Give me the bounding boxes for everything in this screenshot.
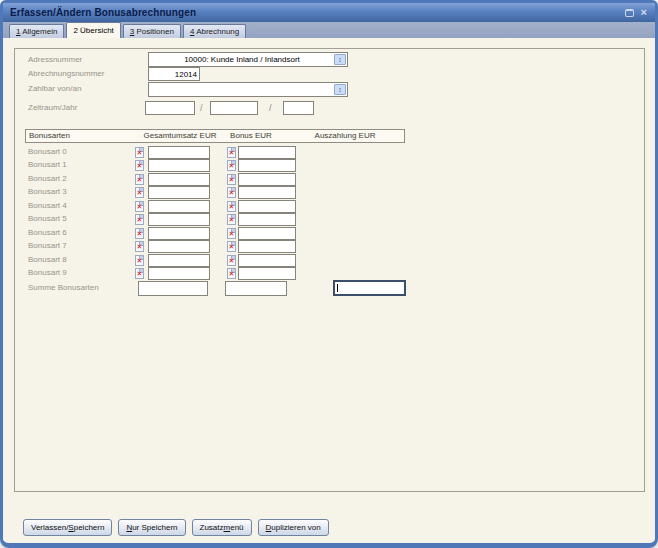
bonus-input[interactable] (238, 186, 296, 199)
gesamtumsatz-input[interactable] (148, 200, 210, 213)
x-glyph: ✕ (137, 257, 143, 264)
gesamtumsatz-input[interactable] (148, 240, 210, 253)
table-header: Bonusarten Gesamtumsatz EUR Bonus EUR Au… (25, 129, 405, 143)
zahlbar-label: Zahlbar von/an (28, 82, 81, 96)
x-glyph: ✕ (137, 243, 143, 250)
zeitraum-bis-input[interactable] (210, 101, 258, 115)
clear-gesamtumsatz-icon[interactable]: ✕ (135, 241, 144, 252)
button-text: Zusatz (200, 523, 224, 532)
clear-gesamtumsatz-icon[interactable]: ✕ (135, 214, 144, 225)
nur-speichern-button[interactable]: Nur Speichern (118, 519, 185, 536)
clear-bonus-icon[interactable]: ✕ (227, 268, 236, 279)
clear-bonus-icon[interactable]: ✕ (227, 174, 236, 185)
summe-gesamtumsatz-input[interactable] (138, 281, 208, 296)
tab-allgemein[interactable]: 1 Allgemein (9, 24, 64, 38)
table-row: Bonusart 5 ✕ ✕ (3, 213, 655, 226)
zeitraum-von-input[interactable] (145, 101, 195, 115)
button-text: enü (230, 523, 243, 532)
summe-auszahlung-input-focused[interactable] (333, 280, 406, 296)
bonusart-row-label: Bonusart 8 (28, 255, 67, 264)
clear-gesamtumsatz-icon[interactable]: ✕ (135, 268, 144, 279)
bonus-input[interactable] (238, 173, 296, 186)
close-icon[interactable]: × (641, 8, 647, 17)
bonus-input[interactable] (238, 267, 296, 280)
gesamtumsatz-input[interactable] (148, 186, 210, 199)
text-cursor (337, 284, 338, 292)
clear-bonus-icon[interactable]: ✕ (227, 160, 236, 171)
gesamtumsatz-input[interactable] (148, 254, 210, 267)
bonus-input[interactable] (238, 240, 296, 253)
x-glyph: ✕ (137, 230, 143, 237)
dropdown-icon[interactable]: ↕ (334, 54, 346, 65)
abrechnungsnummer-input[interactable] (148, 67, 200, 81)
clear-bonus-icon[interactable]: ✕ (227, 255, 236, 266)
x-glyph: ✕ (137, 270, 143, 277)
bonusart-row-label: Bonusart 2 (28, 174, 67, 183)
clear-gesamtumsatz-icon[interactable]: ✕ (135, 228, 144, 239)
zeitraum-label: Zeitraum/Jahr (28, 101, 77, 115)
duplizieren-von-button[interactable]: Duplizieren von (258, 519, 329, 536)
tab-label: Abrechnung (194, 27, 239, 36)
tab-positionen[interactable]: 3 Positionen (123, 24, 181, 38)
clear-gesamtumsatz-icon[interactable]: ✕ (135, 201, 144, 212)
bonus-input[interactable] (238, 227, 296, 240)
bonus-input[interactable] (238, 146, 296, 159)
bonus-input[interactable] (238, 200, 296, 213)
clear-gesamtumsatz-icon[interactable]: ✕ (135, 187, 144, 198)
header-bonusarten: Bonusarten (29, 130, 70, 142)
bonusart-row-label: Bonusart 1 (28, 160, 67, 169)
tab-uebersicht[interactable]: 2 Übersicht (66, 22, 120, 38)
clear-bonus-icon[interactable]: ✕ (227, 187, 236, 198)
bonusart-row-label: Bonusart 3 (28, 187, 67, 196)
bonus-input[interactable] (238, 254, 296, 267)
clear-bonus-icon[interactable]: ✕ (227, 147, 236, 158)
table-row: Bonusart 3 ✕ ✕ (3, 186, 655, 199)
tab-label: Positionen (134, 27, 174, 36)
x-glyph: ✕ (137, 189, 143, 196)
titlebar[interactable]: Erfassen/Ändern Bonusabrechnungen × (3, 3, 655, 22)
clear-gesamtumsatz-icon[interactable]: ✕ (135, 255, 144, 266)
gesamtumsatz-input[interactable] (148, 213, 210, 226)
table-row: Bonusart 4 ✕ ✕ (3, 200, 655, 213)
table-row: Bonusart 9 ✕ ✕ (3, 267, 655, 280)
restore-icon[interactable] (625, 9, 634, 17)
clear-bonus-icon[interactable]: ✕ (227, 214, 236, 225)
x-glyph: ✕ (137, 162, 143, 169)
bonusart-row-label: Bonusart 0 (28, 147, 67, 156)
window-title: Erfassen/Ändern Bonusabrechnungen (3, 7, 196, 18)
bonusart-row-label: Bonusart 4 (28, 201, 67, 210)
header-bonus: Bonus EUR (230, 130, 272, 142)
zeitraum-jahr-input[interactable] (283, 101, 314, 115)
x-glyph: ✕ (229, 149, 235, 156)
clear-gesamtumsatz-icon[interactable]: ✕ (135, 160, 144, 171)
tab-abrechnung[interactable]: 4 Abrechnung (183, 24, 246, 38)
table-row: Bonusart 8 ✕ ✕ (3, 254, 655, 267)
bonus-input[interactable] (238, 213, 296, 226)
clear-bonus-icon[interactable]: ✕ (227, 241, 236, 252)
button-text: uplizieren von (271, 523, 320, 532)
clear-gesamtumsatz-icon[interactable]: ✕ (135, 174, 144, 185)
x-glyph: ✕ (229, 216, 235, 223)
clear-bonus-icon[interactable]: ✕ (227, 201, 236, 212)
bonus-input[interactable] (238, 159, 296, 172)
gesamtumsatz-input[interactable] (148, 173, 210, 186)
zahlbar-combobox[interactable]: ↕ (148, 82, 348, 97)
zahlbar-value (151, 83, 333, 96)
zusatzmenu-button[interactable]: Zusatzmenü (192, 519, 252, 536)
x-glyph: ✕ (229, 176, 235, 183)
clear-gesamtumsatz-icon[interactable]: ✕ (135, 147, 144, 158)
clear-bonus-icon[interactable]: ✕ (227, 228, 236, 239)
x-glyph: ✕ (229, 189, 235, 196)
gesamtumsatz-input[interactable] (148, 159, 210, 172)
summe-bonus-input[interactable] (225, 281, 287, 296)
adressnummer-combobox[interactable]: 10000: Kunde Inland / Inlandsort ↕ (148, 52, 348, 67)
x-glyph: ✕ (137, 149, 143, 156)
gesamtumsatz-input[interactable] (148, 267, 210, 280)
verlassen-speichern-button[interactable]: Verlassen/Speichern (23, 519, 112, 536)
gesamtumsatz-input[interactable] (148, 227, 210, 240)
gesamtumsatz-input[interactable] (148, 146, 210, 159)
bonusart-row-label: Bonusart 6 (28, 228, 67, 237)
x-glyph: ✕ (229, 257, 235, 264)
dropdown-icon[interactable]: ↕ (334, 84, 346, 95)
table-row: Bonusart 7 ✕ ✕ (3, 240, 655, 253)
